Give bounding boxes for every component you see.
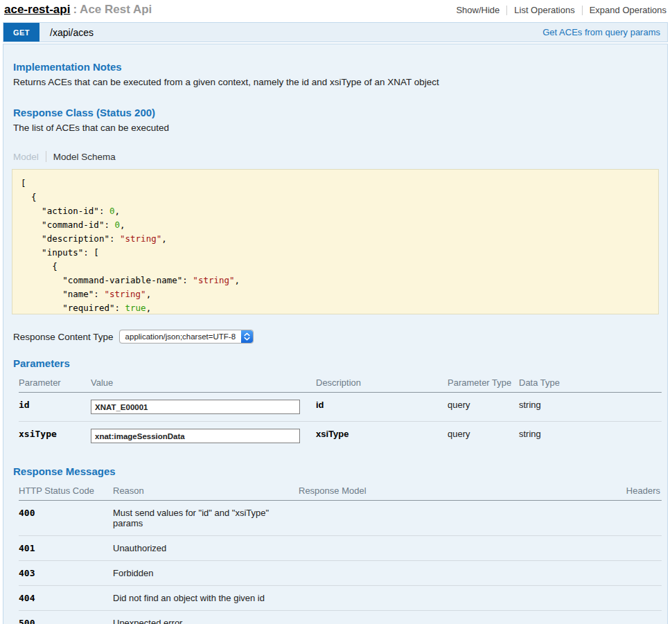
expand-operations-link[interactable]: Expand Operations [590,5,666,15]
list-operations-link[interactable]: List Operations [514,5,574,15]
endpoint-heading[interactable]: GET /xapi/aces Get ACEs from query param… [3,22,668,42]
endpoint-summary-link[interactable]: Get ACEs from query params [542,23,667,42]
response-model-cell [299,501,606,536]
response-model-cell [299,611,606,624]
response-class-heading: Response Class (Status 200) [13,107,657,118]
response-messages-table: HTTP Status Code Reason Response Model H… [19,481,662,624]
param-description: id [316,393,448,422]
response-content-type-label: Response Content Type [13,332,114,342]
response-content-type-select[interactable]: application/json;charset=UTF-8 [119,330,254,344]
options-divider [582,6,583,15]
status-reason: Did not find an object with the given id [113,586,299,611]
status-code: 403 [19,561,113,586]
param-type: query [448,422,519,451]
col-reason: Reason [113,481,299,501]
col-response-model: Response Model [299,481,606,501]
param-data-type: string [519,422,662,451]
response-model-cell [299,536,606,561]
headers-cell [606,586,662,611]
param-xsitype-input[interactable] [91,429,300,443]
response-model-cell [299,586,606,611]
status-reason: Unexpected error [113,611,299,624]
endpoint-path-link[interactable]: /xapi/aces [39,23,94,42]
param-description: xsiType [316,422,448,451]
response-class-description: The list of ACEs that can be executed [13,123,657,133]
headers-cell [606,501,662,536]
headers-cell [606,611,662,624]
parameters-header-row: Parameter Value Description Parameter Ty… [19,373,662,393]
api-title-separator: : [70,3,80,16]
options-divider [506,6,507,15]
select-arrows-icon [241,330,253,343]
status-code: 404 [19,586,113,611]
model-schema-code: [ { "action-id": 0, "command-id": 0, "de… [12,169,659,314]
parameter-row-xsitype: xsiType xsiType query string [19,422,662,451]
message-row-400: 400 Must send values for "id" and "xsiTy… [19,501,662,536]
param-id-input[interactable] [91,400,300,414]
col-parameter: Parameter [19,373,91,393]
col-data-type: Data Type [519,373,662,393]
response-messages-heading: Response Messages [13,465,657,477]
col-parameter-type: Parameter Type [448,373,519,393]
message-row-404: 404 Did not find an object with the give… [19,586,662,611]
status-code: 400 [19,501,113,536]
col-value: Value [91,373,316,393]
response-model-cell [299,561,606,586]
topbar-options: Show/Hide List Operations Expand Operati… [456,3,666,15]
api-name: Ace Rest Api [80,3,152,16]
col-http-status-code: HTTP Status Code [19,481,113,501]
show-hide-link[interactable]: Show/Hide [456,5,499,15]
headers-cell [606,561,662,586]
api-title: ace-rest-api:Ace Rest Api [4,3,152,17]
response-content-type-row: Response Content Type application/json;c… [13,330,657,344]
message-row-403: 403 Forbidden [19,561,662,586]
param-type: query [448,393,519,422]
http-method-badge[interactable]: GET [3,23,39,42]
messages-header-row: HTTP Status Code Reason Response Model H… [19,481,662,501]
swagger-page: ace-rest-api:Ace Rest Api Show/Hide List… [0,0,672,624]
parameters-heading: Parameters [13,357,657,369]
parameter-row-id: id id query string [19,393,662,422]
param-name: id [19,393,91,422]
status-reason: Unauthorized [113,536,299,561]
implementation-notes-text: Returns ACEs that can be executed from a… [13,77,657,87]
parameters-table: Parameter Value Description Parameter Ty… [19,373,662,450]
tab-divider [46,151,46,162]
headers-cell [606,536,662,561]
tab-model[interactable]: Model [13,152,39,162]
status-code: 500 [19,611,113,624]
model-tabs: Model Model Schema [13,151,657,162]
param-name: xsiType [19,422,91,451]
tab-model-schema[interactable]: Model Schema [53,152,116,162]
status-code: 401 [19,536,113,561]
message-row-401: 401 Unauthorized [19,536,662,561]
response-content-type-value: application/json;charset=UTF-8 [120,332,241,341]
status-reason: Forbidden [113,561,299,586]
col-headers: Headers [606,481,662,501]
implementation-notes-heading: Implementation Notes [13,61,657,73]
topbar: ace-rest-api:Ace Rest Api Show/Hide List… [0,0,672,22]
param-data-type: string [519,393,662,422]
api-id-link[interactable]: ace-rest-api [4,3,70,16]
operation-content-panel: Implementation Notes Returns ACEs that c… [3,44,668,624]
col-description: Description [316,373,448,393]
status-reason: Must send values for "id" and "xsiType" … [113,501,299,536]
message-row-500: 500 Unexpected error [19,611,662,624]
